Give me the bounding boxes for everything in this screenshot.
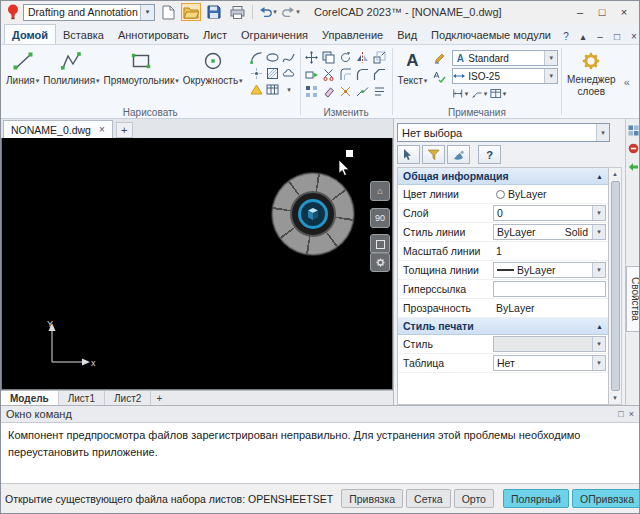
- move-icon[interactable]: [304, 50, 320, 65]
- section-general-header[interactable]: Общая информация ▲: [398, 168, 608, 185]
- doc-restore-button[interactable]: □: [609, 28, 625, 44]
- dimension-icon[interactable]: ▾: [452, 86, 468, 101]
- wheel-settings-button[interactable]: [370, 252, 390, 272]
- tab-sheet[interactable]: Лист: [196, 25, 234, 44]
- rotate-90-button[interactable]: 90: [370, 208, 390, 228]
- tool-text[interactable]: A Текст▾: [396, 47, 430, 86]
- revision-cloud-icon[interactable]: [281, 66, 297, 81]
- properties-scrollbar[interactable]: ▲ ▼: [609, 167, 622, 405]
- tab-view[interactable]: Вид: [390, 25, 424, 44]
- add-sheet-button[interactable]: +: [151, 391, 167, 405]
- drawing-canvas[interactable]: ⌂ 90 Y x: [1, 138, 393, 390]
- home-view-button[interactable]: ⌂: [370, 181, 390, 201]
- toggle-polar[interactable]: Полярный: [503, 489, 569, 508]
- prop-row-hyperlink[interactable]: Гиперссылка: [398, 280, 608, 299]
- stretch-icon[interactable]: [304, 67, 320, 82]
- explode-icon[interactable]: [338, 84, 354, 99]
- close-icon[interactable]: ×: [99, 124, 105, 135]
- array-icon[interactable]: [304, 84, 320, 99]
- prop-row-linestyle[interactable]: Стиль линии ByLayerSolid▾: [398, 223, 608, 242]
- navigation-wheel-hub[interactable]: [298, 199, 328, 229]
- scrollbar-thumb[interactable]: [611, 181, 620, 391]
- scale-icon[interactable]: [372, 50, 388, 65]
- dimension-style-selector[interactable]: ISO-25 ▾: [452, 68, 558, 84]
- table-style-icon[interactable]: ▾: [490, 86, 506, 101]
- prop-row-table[interactable]: Таблица Нет▾: [398, 354, 608, 373]
- redo-button[interactable]: ▾: [281, 3, 301, 21]
- warning-triangle-icon[interactable]: [249, 82, 265, 97]
- join-icon[interactable]: [355, 84, 371, 99]
- arc-icon[interactable]: [249, 50, 265, 65]
- tab-manage[interactable]: Управление: [315, 25, 390, 44]
- prop-row-lineweight[interactable]: Толщина линии ByLayer▾: [398, 261, 608, 280]
- tab-insert[interactable]: Вставка: [56, 25, 111, 44]
- mirror-icon[interactable]: [355, 50, 371, 65]
- maximize-button[interactable]: □: [591, 3, 613, 21]
- toggle-ortho[interactable]: Орто: [454, 489, 494, 508]
- prop-row-linecolor[interactable]: Цвет линии ByLayer: [398, 185, 608, 204]
- copy-icon[interactable]: [321, 50, 337, 65]
- toggle-snap[interactable]: Привязка: [341, 489, 403, 508]
- undo-button[interactable]: ▾: [258, 3, 278, 21]
- help-button[interactable]: ?: [478, 145, 501, 164]
- section-printstyle-header[interactable]: Стиль печати ▲: [398, 318, 608, 335]
- chevron-down-icon[interactable]: ▾: [544, 69, 557, 83]
- toggle-esnap[interactable]: ОПривязка: [572, 489, 639, 508]
- collapse-panel-icon[interactable]: «: [620, 45, 633, 118]
- rotate-icon[interactable]: [338, 50, 354, 65]
- prop-row-transparency[interactable]: Прозрачность ByLayer: [398, 299, 608, 318]
- chevron-down-icon[interactable]: ▾: [592, 356, 605, 370]
- prop-row-layer[interactable]: Слой 0▾: [398, 204, 608, 223]
- ellipse-icon[interactable]: [265, 50, 281, 65]
- chevron-down-icon[interactable]: ▾: [592, 225, 605, 239]
- prop-row-style[interactable]: Стиль ▾: [398, 335, 608, 354]
- tab-plugins[interactable]: Подключаемые модули: [424, 25, 558, 44]
- table-icon[interactable]: [265, 82, 281, 97]
- quick-select-button[interactable]: [422, 145, 445, 164]
- tab-sheet2[interactable]: Лист2: [105, 391, 151, 405]
- tab-annotate[interactable]: Аннотировать: [111, 25, 196, 44]
- trim-icon[interactable]: [321, 67, 337, 82]
- properties-side-tab[interactable]: Свойства: [626, 266, 640, 332]
- new-document-tab-button[interactable]: +: [116, 122, 133, 138]
- match-properties-button[interactable]: [447, 145, 470, 164]
- scroll-up-icon[interactable]: ▲: [612, 168, 618, 180]
- help-button[interactable]: ?: [558, 28, 574, 44]
- command-window-header[interactable]: Окно команд □ ×: [1, 406, 639, 423]
- close-button[interactable]: ×: [613, 3, 635, 21]
- workspace-selector[interactable]: Drafting and Annotation ▾: [23, 4, 155, 21]
- erase-icon[interactable]: [321, 84, 337, 99]
- spline-icon[interactable]: [281, 50, 297, 65]
- tool-circle[interactable]: Окружность▾: [181, 47, 245, 86]
- tab-model[interactable]: Модель: [1, 391, 59, 405]
- spell-check-icon[interactable]: [431, 69, 447, 84]
- offset-icon[interactable]: [338, 67, 354, 82]
- hatch-icon[interactable]: [265, 66, 281, 81]
- chevron-down-icon[interactable]: ▾: [592, 263, 605, 277]
- edit-properties-icon[interactable]: [372, 84, 388, 99]
- open-file-button[interactable]: [181, 3, 201, 21]
- navigation-wheel[interactable]: [271, 172, 355, 256]
- prop-row-linescale[interactable]: Масштаб линии 1: [398, 242, 608, 261]
- tab-sheet1[interactable]: Лист1: [59, 391, 105, 405]
- chevron-down-icon[interactable]: ▾: [596, 124, 609, 141]
- collapse-ribbon-icon[interactable]: ▴: [575, 28, 591, 44]
- more-tools-icon[interactable]: ▾: [281, 82, 297, 97]
- select-elements-button[interactable]: [397, 145, 420, 164]
- leader-icon[interactable]: ▾: [471, 86, 487, 101]
- tab-constraints[interactable]: Ограничения: [234, 25, 315, 44]
- print-button[interactable]: [227, 3, 247, 21]
- toggle-grid[interactable]: Сетка: [406, 489, 451, 508]
- palette-green-icon[interactable]: [628, 160, 640, 172]
- layer-manager-button[interactable]: Менеджер слоев: [562, 45, 620, 118]
- tool-polyline[interactable]: Полилиния▾: [41, 47, 101, 86]
- point-icon[interactable]: [249, 66, 265, 81]
- doc-close-button[interactable]: ×: [626, 28, 640, 44]
- close-icon[interactable]: ×: [629, 409, 634, 419]
- fillet-icon[interactable]: [355, 67, 371, 82]
- pin-icon[interactable]: □: [618, 409, 623, 419]
- palette-grid-icon[interactable]: [628, 124, 640, 136]
- chevron-down-icon[interactable]: ▾: [592, 206, 605, 220]
- new-file-button[interactable]: [158, 3, 178, 21]
- tool-rectangle[interactable]: Прямоугольник▾: [102, 47, 181, 86]
